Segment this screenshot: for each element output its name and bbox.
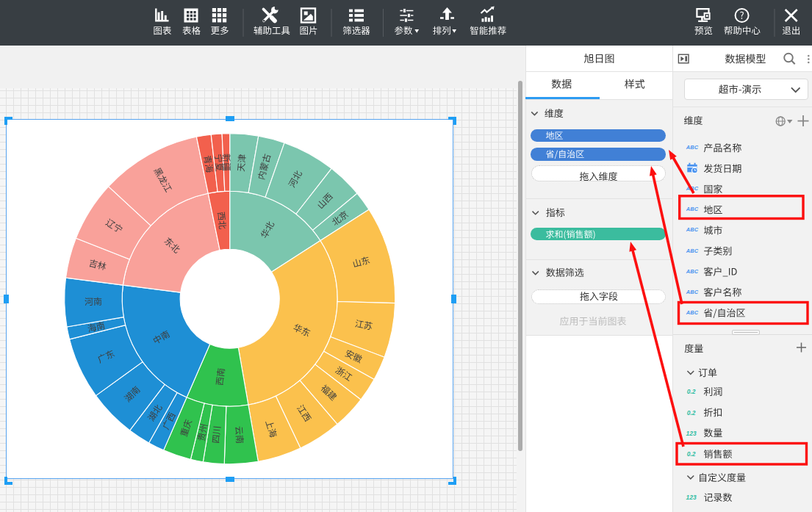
svg-text:0.2: 0.2: [687, 450, 696, 458]
svg-text:ABC: ABC: [686, 309, 699, 316]
svg-text:ABC: ABC: [686, 248, 699, 254]
svg-text:0.2: 0.2: [687, 409, 696, 417]
svg-text:ABC: ABC: [686, 206, 699, 212]
svg-text:ABC: ABC: [686, 144, 699, 151]
svg-text:ABC: ABC: [686, 289, 699, 295]
svg-text:0.2: 0.2: [687, 388, 696, 395]
svg-text:ABC: ABC: [686, 226, 699, 233]
svg-text:123: 123: [686, 494, 697, 501]
svg-text:123: 123: [686, 430, 697, 437]
svg-text:ABC: ABC: [686, 268, 699, 275]
